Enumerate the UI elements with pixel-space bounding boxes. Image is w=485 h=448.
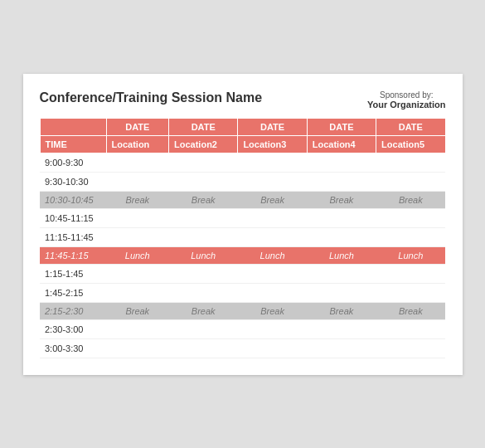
date-header: DATE (376, 118, 445, 135)
schedule-cell (169, 172, 238, 191)
schedule-cell: Break (307, 302, 376, 319)
location-header: Location4 (307, 135, 376, 153)
schedule-cell: Break (106, 191, 169, 208)
schedule-cell: Lunch (106, 246, 169, 264)
date-header: DATE (106, 118, 169, 135)
time-slot: 9:00-9:30 (40, 153, 106, 172)
page: Conference/Training Session Name Sponsor… (23, 74, 463, 375)
time-slot: 11:15-11:45 (40, 227, 106, 246)
sponsor-org: Your Organization (367, 100, 446, 110)
sponsor-label: Sponsored by: (367, 90, 446, 100)
schedule-cell (307, 283, 376, 302)
time-slot: 3:00-3:30 (40, 338, 106, 358)
schedule-cell (238, 172, 307, 191)
schedule-cell (376, 227, 445, 246)
time-slot: 1:45-2:15 (40, 283, 106, 302)
schedule-cell (106, 264, 169, 283)
schedule-cell (238, 153, 307, 172)
schedule-cell: Break (376, 191, 445, 208)
schedule-cell (169, 283, 238, 302)
schedule-cell (169, 338, 238, 358)
schedule-cell: Break (238, 302, 307, 319)
schedule-cell (106, 283, 169, 302)
schedule-cell: Break (376, 302, 445, 319)
header: Conference/Training Session Name Sponsor… (40, 90, 446, 110)
schedule-cell: Break (169, 302, 238, 319)
schedule-cell (376, 172, 445, 191)
schedule-cell: Lunch (376, 246, 445, 264)
schedule-table: DATEDATEDATEDATEDATETIMELocationLocation… (40, 118, 446, 358)
schedule-cell (376, 338, 445, 358)
schedule-cell: Lunch (238, 246, 307, 264)
time-slot: 2:15-2:30 (40, 302, 106, 319)
schedule-cell (238, 283, 307, 302)
time-slot: 10:30-10:45 (40, 191, 106, 208)
schedule-cell: Break (238, 191, 307, 208)
schedule-cell (169, 208, 238, 227)
schedule-cell (376, 208, 445, 227)
time-label: TIME (40, 135, 106, 153)
schedule-cell: Break (307, 191, 376, 208)
schedule-cell (169, 153, 238, 172)
time-slot: 1:15-1:45 (40, 264, 106, 283)
schedule-cell (376, 283, 445, 302)
location-header: Location (106, 135, 169, 153)
date-header: DATE (238, 118, 307, 135)
schedule-cell (376, 319, 445, 338)
location-header: Location5 (376, 135, 445, 153)
time-slot: 2:30-3:00 (40, 319, 106, 338)
schedule-cell (106, 172, 169, 191)
schedule-cell: Break (169, 191, 238, 208)
sponsor-info: Sponsored by: Your Organization (367, 90, 446, 110)
schedule-cell (307, 153, 376, 172)
schedule-cell (307, 172, 376, 191)
schedule-cell (238, 264, 307, 283)
time-slot: 11:45-1:15 (40, 246, 106, 264)
schedule-cell (238, 227, 307, 246)
schedule-cell (169, 264, 238, 283)
schedule-cell (307, 319, 376, 338)
schedule-cell (307, 227, 376, 246)
page-title: Conference/Training Session Name (40, 90, 263, 105)
schedule-cell (238, 338, 307, 358)
schedule-cell (238, 208, 307, 227)
schedule-cell (376, 153, 445, 172)
location-header: Location2 (169, 135, 238, 153)
schedule-cell (106, 319, 169, 338)
schedule-cell (106, 153, 169, 172)
schedule-cell (376, 264, 445, 283)
schedule-cell (169, 227, 238, 246)
date-header: DATE (307, 118, 376, 135)
time-slot: 9:30-10:30 (40, 172, 106, 191)
schedule-cell: Break (106, 302, 169, 319)
schedule-cell (106, 208, 169, 227)
date-header: DATE (169, 118, 238, 135)
schedule-cell (307, 338, 376, 358)
schedule-cell (106, 338, 169, 358)
schedule-cell: Lunch (169, 246, 238, 264)
schedule-cell: Lunch (307, 246, 376, 264)
time-slot: 10:45-11:15 (40, 208, 106, 227)
schedule-cell (106, 227, 169, 246)
schedule-cell (238, 319, 307, 338)
schedule-cell (307, 264, 376, 283)
location-header: Location3 (238, 135, 307, 153)
schedule-cell (169, 319, 238, 338)
schedule-cell (307, 208, 376, 227)
